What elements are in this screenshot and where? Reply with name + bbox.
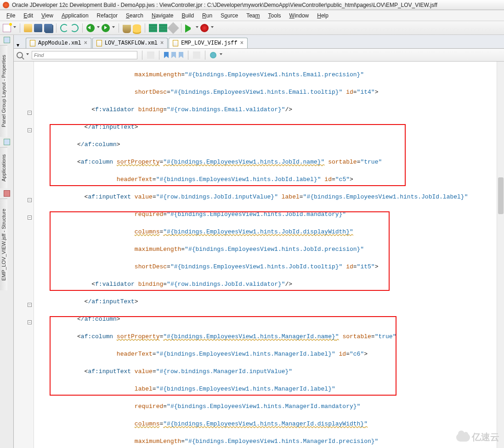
close-icon[interactable]: × (84, 40, 87, 46)
separator (56, 23, 57, 33)
fold-toggle[interactable]: − (28, 303, 32, 307)
block-select-button[interactable] (147, 51, 154, 59)
separator (205, 51, 205, 60)
window-title: Oracle JDeveloper 12c Development Build … (12, 2, 437, 8)
fold-toggle[interactable]: − (28, 111, 32, 115)
structure-icon[interactable] (4, 190, 10, 197)
save-all-button[interactable] (44, 24, 52, 32)
file-icon (30, 40, 35, 46)
menu-run[interactable]: Run (198, 11, 216, 20)
separator (119, 23, 119, 33)
menu-window[interactable]: Window (286, 11, 313, 20)
search-icon[interactable] (17, 52, 23, 58)
menu-application[interactable]: Application (58, 11, 92, 20)
components-button[interactable] (123, 25, 131, 33)
menu-help[interactable]: Help (313, 11, 332, 20)
fold-toggle[interactable]: − (28, 128, 32, 132)
separator (145, 23, 145, 33)
search-dropdown-icon[interactable] (26, 53, 29, 55)
make-button[interactable] (149, 24, 157, 32)
menu-edit[interactable]: Edit (20, 11, 37, 20)
menu-search[interactable]: Search (122, 11, 147, 20)
rebuild-button[interactable] (159, 24, 167, 32)
close-icon[interactable]: × (160, 40, 164, 46)
properties-icon[interactable] (4, 37, 10, 43)
redo-button[interactable] (70, 24, 79, 32)
back-dropdown-icon[interactable] (97, 26, 100, 28)
separator (181, 23, 181, 33)
find-input[interactable] (32, 51, 137, 59)
show-whitespace-button[interactable] (193, 51, 200, 59)
new-dropdown-icon[interactable] (13, 26, 16, 28)
tab-emplovview[interactable]: EMP_LOV_VIEW.jsff× (169, 38, 248, 48)
code-content[interactable]: maximumLength="#{bindings.EmployeesView1… (41, 62, 504, 448)
vertical-scrollbar[interactable] (497, 62, 504, 448)
menubar: File Edit View Application Refactor Sear… (0, 10, 504, 21)
find-toolbar (14, 49, 504, 62)
applications-icon[interactable] (4, 139, 10, 145)
nav-back-button[interactable] (86, 24, 95, 32)
applications-tab[interactable]: Applications (0, 147, 7, 188)
debug-dropdown-icon[interactable] (211, 26, 214, 28)
menu-file[interactable]: File (3, 11, 19, 20)
next-bookmark-icon[interactable] (179, 52, 183, 58)
debug-button[interactable] (200, 24, 209, 32)
browser-preview-icon[interactable] (210, 52, 216, 58)
watermark-text: 亿速云 (472, 431, 499, 443)
new-button[interactable] (3, 24, 11, 32)
separator (20, 23, 20, 33)
code-editor[interactable]: − − − − − − maximumLength="#{bindings.Em… (14, 62, 504, 448)
fold-toggle[interactable]: − (28, 320, 32, 324)
menu-navigate[interactable]: Navigate (148, 11, 177, 20)
left-sidebar: Panel Group Layout - Properties Applicat… (0, 35, 14, 448)
editor-tabs: ▾ AppModule.xml× LOV_TASKFLOW.xml× EMP_L… (14, 35, 504, 49)
main-toolbar (0, 21, 504, 35)
menu-tools[interactable]: Tools (265, 11, 285, 20)
menu-build[interactable]: Build (178, 11, 198, 20)
menu-view[interactable]: View (38, 11, 57, 20)
nav-forward-button[interactable] (102, 24, 110, 32)
separator (188, 51, 188, 60)
file-icon (173, 40, 178, 46)
cloud-icon (456, 433, 470, 442)
close-icon[interactable]: × (240, 40, 244, 46)
separator (159, 51, 159, 60)
bookmark-icon[interactable] (164, 52, 169, 58)
database-button[interactable] (133, 24, 141, 33)
tab-appmodule[interactable]: AppModule.xml× (26, 38, 91, 48)
save-button[interactable] (34, 24, 42, 32)
run-dropdown-icon[interactable] (196, 26, 198, 28)
preview-dropdown-icon[interactable] (220, 53, 222, 55)
tab-label: LOV_TASKFLOW.xml (105, 40, 158, 46)
forward-dropdown-icon[interactable] (112, 26, 115, 28)
fold-toggle[interactable]: − (28, 215, 32, 220)
editor-gutter: − − − − − − (14, 62, 34, 448)
watermark: 亿速云 (456, 431, 499, 443)
separator (142, 51, 142, 60)
file-icon (96, 40, 102, 46)
separator (82, 23, 83, 33)
menu-team[interactable]: Team (243, 11, 263, 20)
tab-lovtaskflow[interactable]: LOV_TASKFLOW.xml× (92, 38, 168, 48)
properties-tab[interactable]: Panel Group Layout - Properties (0, 45, 7, 137)
open-button[interactable] (24, 24, 32, 32)
structure-tab[interactable]: EMP_LOV_VIEW.jsff - Structure (0, 198, 7, 290)
menu-refactor[interactable]: Refactor (93, 11, 121, 20)
tab-label: AppModule.xml (38, 40, 81, 46)
window-titlebar: Oracle JDeveloper 12c Development Build … (0, 0, 504, 10)
tab-list-icon[interactable]: ▾ (17, 42, 23, 48)
prev-bookmark-icon[interactable] (171, 52, 176, 58)
undo-button[interactable] (60, 24, 68, 32)
run-button[interactable] (185, 24, 193, 33)
menu-source[interactable]: Source (217, 11, 242, 20)
cancel-build-button (167, 22, 179, 34)
fold-toggle[interactable]: − (28, 198, 32, 202)
app-icon (3, 2, 9, 8)
tab-label: EMP_LOV_VIEW.jsff (181, 40, 237, 46)
